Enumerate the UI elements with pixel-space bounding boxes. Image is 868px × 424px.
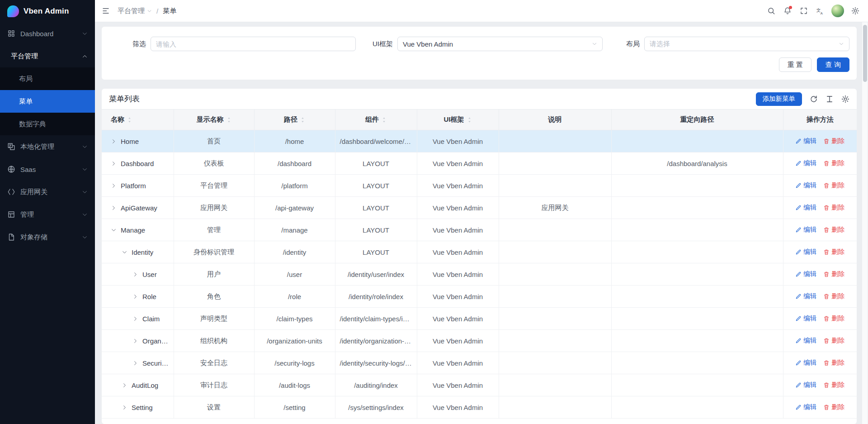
sort-icon[interactable] (127, 117, 132, 123)
delete-button[interactable]: 删除 (823, 314, 844, 323)
chevron-right-icon[interactable] (122, 382, 127, 388)
chevron-right-icon[interactable] (132, 360, 138, 366)
delete-button[interactable]: 删除 (823, 270, 844, 278)
chevron-down-icon[interactable] (111, 227, 117, 233)
edit-button[interactable]: 编辑 (795, 181, 816, 190)
layout-select[interactable]: 请选择 (644, 37, 849, 51)
column-header-path[interactable]: 路径 (254, 110, 335, 130)
chevron-right-icon[interactable] (132, 272, 138, 277)
sort-icon[interactable] (382, 117, 387, 123)
sort-icon[interactable] (300, 117, 305, 123)
delete-button[interactable]: 删除 (823, 403, 844, 411)
table-body: Home首页/home/dashboard/welcome/in...Vue V… (102, 130, 857, 419)
sidebar-item-manage[interactable]: 管理 (0, 203, 95, 226)
delete-button[interactable]: 删除 (823, 248, 844, 256)
cell-display-name: 安全日志 (174, 352, 254, 374)
delete-button[interactable]: 删除 (823, 336, 844, 345)
edit-button[interactable]: 编辑 (795, 358, 816, 367)
chevron-right-icon[interactable] (111, 183, 117, 189)
delete-button[interactable]: 删除 (823, 358, 844, 367)
sidebar-item-dashboard[interactable]: Dashboard (0, 22, 95, 45)
chevron-right-icon[interactable] (111, 161, 117, 167)
edit-button[interactable]: 编辑 (795, 159, 816, 167)
cell-ui-framework: Vue Vben Admin (417, 219, 499, 241)
sidebar-collapse-button[interactable] (98, 0, 114, 22)
storage-icon (7, 233, 15, 241)
sort-icon[interactable] (226, 117, 231, 123)
delete-button[interactable]: 删除 (823, 181, 844, 190)
dashboard-icon (7, 29, 15, 38)
pencil-icon (795, 360, 802, 366)
chevron-right-icon[interactable] (132, 294, 138, 300)
cell-display-name: 用户 (174, 263, 254, 286)
chevron-right-icon[interactable] (132, 338, 138, 344)
column-header-name[interactable]: 名称 (102, 110, 174, 130)
sidebar-item-saas[interactable]: Saas (0, 158, 95, 181)
scrollbar-thumb[interactable] (863, 25, 867, 82)
delete-button[interactable]: 删除 (823, 225, 844, 234)
cell-redirect-path (611, 241, 783, 263)
edit-button[interactable]: 编辑 (795, 292, 816, 300)
sidebar-item-data-dictionary[interactable]: 数据字典 (0, 113, 95, 135)
filter-label: 筛选 (109, 40, 151, 48)
column-header-ui-framework[interactable]: UI框架 (417, 110, 499, 130)
fullscreen-button[interactable] (796, 0, 812, 22)
table-settings-icon[interactable] (841, 95, 849, 103)
pencil-icon (795, 338, 802, 344)
sidebar-item-layout[interactable]: 布局 (0, 67, 95, 90)
edit-button[interactable]: 编辑 (795, 336, 816, 345)
query-button[interactable]: 查 询 (817, 57, 849, 72)
gear-icon (851, 7, 859, 15)
sort-icon[interactable] (467, 117, 472, 123)
edit-button[interactable]: 编辑 (795, 381, 816, 389)
edit-button[interactable]: 编辑 (795, 270, 816, 278)
chevron-right-icon[interactable] (122, 405, 127, 410)
edit-button[interactable]: 编辑 (795, 225, 816, 234)
chevron-right-icon[interactable] (111, 205, 117, 211)
cell-redirect-path (611, 374, 783, 396)
logo[interactable]: Vben Admin (0, 0, 95, 22)
cell-component: LAYOUT (335, 197, 417, 219)
pencil-icon (795, 315, 802, 322)
sidebar-item-label: Dashboard (20, 30, 77, 38)
sidebar-item-object-storage[interactable]: 对象存储 (0, 226, 95, 248)
breadcrumb-parent[interactable]: 平台管理 (118, 7, 152, 15)
filter-group-framework: UI框架 Vue Vben Admin (356, 37, 603, 51)
edit-button[interactable]: 编辑 (795, 137, 816, 145)
chevron-right-icon[interactable] (111, 138, 117, 144)
filter-group-keyword: 筛选 (109, 37, 356, 51)
framework-select[interactable]: Vue Vben Admin (397, 37, 603, 51)
chevron-right-icon[interactable] (132, 316, 138, 322)
row-height-icon[interactable] (826, 95, 834, 103)
filter-input[interactable] (151, 37, 356, 51)
sidebar-item-label: 平台管理 (11, 52, 77, 61)
sidebar-item-localization[interactable]: 本地化管理 (0, 135, 95, 158)
refresh-icon[interactable] (810, 95, 818, 103)
column-header-display-name[interactable]: 显示名称 (174, 110, 254, 130)
sidebar-item-api-gateway[interactable]: 应用网关 (0, 181, 95, 203)
reset-button[interactable]: 重 置 (779, 57, 811, 72)
language-button[interactable]: 文A (812, 0, 828, 22)
window-scrollbar[interactable] (862, 22, 868, 424)
edit-button[interactable]: 编辑 (795, 314, 816, 323)
search-button[interactable] (763, 0, 779, 22)
table-row: Home首页/home/dashboard/welcome/in...Vue V… (102, 130, 857, 152)
settings-button[interactable] (847, 0, 863, 22)
edit-button[interactable]: 编辑 (795, 203, 816, 212)
breadcrumb-current[interactable]: 菜单 (163, 7, 176, 15)
column-header-component[interactable]: 组件 (335, 110, 417, 130)
avatar[interactable] (831, 5, 844, 17)
delete-button[interactable]: 删除 (823, 292, 844, 300)
delete-button[interactable]: 删除 (823, 159, 844, 167)
chevron-down-icon[interactable] (122, 249, 127, 255)
edit-button[interactable]: 编辑 (795, 403, 816, 411)
edit-button[interactable]: 编辑 (795, 248, 816, 256)
delete-button[interactable]: 删除 (823, 203, 844, 212)
delete-button[interactable]: 删除 (823, 381, 844, 389)
add-menu-button[interactable]: 添加新菜单 (756, 92, 802, 106)
cell-redirect-path (611, 330, 783, 352)
notifications-button[interactable] (779, 0, 796, 22)
sidebar-item-platform-management[interactable]: 平台管理 (0, 45, 95, 67)
delete-button[interactable]: 删除 (823, 137, 844, 145)
sidebar-item-menu[interactable]: 菜单 (0, 90, 95, 113)
